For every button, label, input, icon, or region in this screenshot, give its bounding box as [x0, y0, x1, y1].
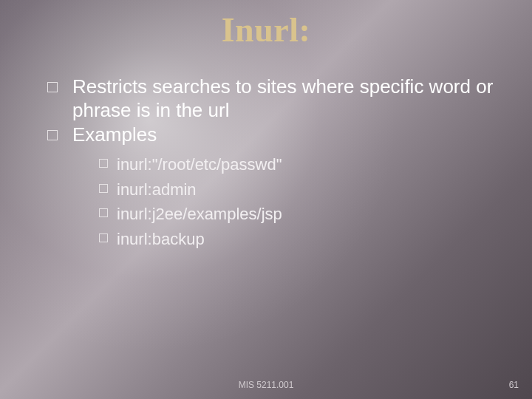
bullet-text: Examples: [72, 123, 157, 146]
sub-bullet-item: inurl:backup: [99, 229, 495, 250]
sub-bullet-text: inurl:"/root/etc/passwd": [117, 155, 282, 174]
sub-bullet-item: inurl:"/root/etc/passwd": [99, 154, 495, 175]
sub-bullet-text: inurl:backup: [117, 230, 205, 248]
footer-course: MIS 5211.001: [0, 380, 532, 390]
sub-bullet-item: inurl:j2ee/examples/jsp: [99, 204, 495, 225]
bullet-item: Restricts searches to sites where specif…: [46, 75, 495, 122]
bullet-text: Restricts searches to sites where specif…: [72, 75, 493, 121]
sub-bullet-item: inurl:admin: [99, 180, 495, 200]
slide: Inurl: Restricts searches to sites where…: [0, 0, 532, 399]
slide-content: Restricts searches to sites where specif…: [46, 75, 495, 253]
footer-page-number: 61: [509, 380, 519, 390]
bullet-item: Examples inurl:"/root/etc/passwd" inurl:…: [46, 123, 495, 249]
sub-bullet-text: inurl:admin: [117, 180, 197, 199]
bullet-list: Restricts searches to sites where specif…: [46, 75, 495, 249]
slide-title: Inurl:: [0, 10, 532, 50]
sub-bullet-list: inurl:"/root/etc/passwd" inurl:admin inu…: [72, 154, 495, 249]
sub-bullet-text: inurl:j2ee/examples/jsp: [117, 205, 282, 223]
